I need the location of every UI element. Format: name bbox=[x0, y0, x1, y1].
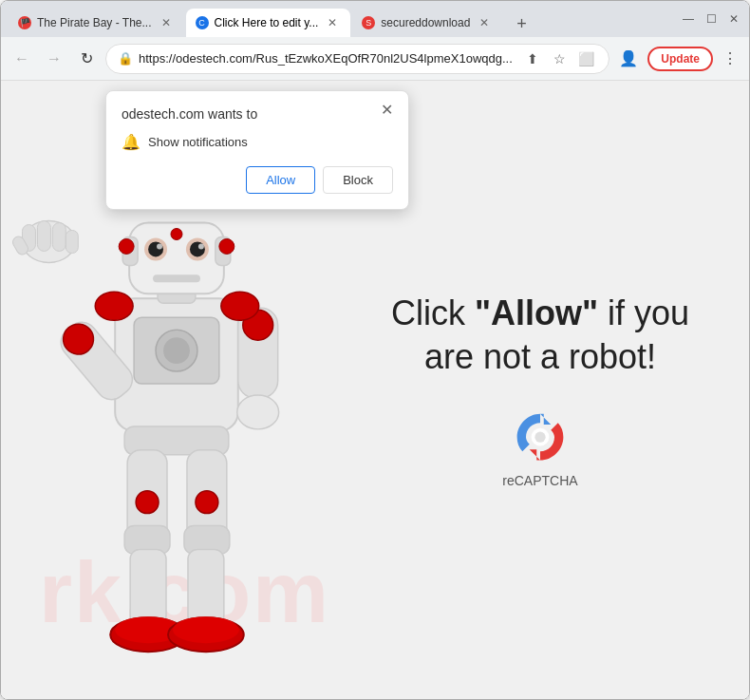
tab3-close-icon[interactable]: ✕ bbox=[476, 14, 493, 31]
svg-marker-44 bbox=[540, 414, 551, 425]
svg-rect-20 bbox=[66, 231, 78, 254]
svg-point-13 bbox=[171, 229, 182, 240]
tabs-container: 🏴 The Pirate Bay - The... ✕ C Click Here… bbox=[9, 1, 673, 37]
update-button[interactable]: Update bbox=[647, 47, 713, 71]
recaptcha-label: reCAPTCHA bbox=[502, 473, 577, 488]
popup-actions: Allow Block bbox=[122, 166, 393, 194]
forward-icon: → bbox=[47, 50, 62, 67]
back-icon: ← bbox=[14, 50, 29, 67]
svg-point-24 bbox=[237, 395, 279, 429]
profile-button[interactable]: 👤 bbox=[615, 46, 642, 72]
svg-point-38 bbox=[95, 292, 133, 320]
tab-pirate-bay[interactable]: 🏴 The Pirate Bay - The... ✕ bbox=[9, 9, 184, 37]
page-content: rk.com bbox=[1, 81, 749, 699]
svg-point-3 bbox=[163, 337, 190, 364]
main-content-area: Click "Allow" if you are not a robot! bbox=[369, 292, 711, 489]
main-text-bold: "Allow" bbox=[475, 293, 598, 332]
bell-icon: 🔔 bbox=[122, 133, 141, 151]
tab2-favicon: C bbox=[196, 16, 209, 29]
minimize-button[interactable]: — bbox=[681, 11, 696, 27]
svg-point-11 bbox=[198, 243, 204, 249]
svg-rect-12 bbox=[153, 274, 200, 282]
tab2-close-icon[interactable]: ✕ bbox=[324, 14, 341, 31]
menu-icon: ⋮ bbox=[722, 50, 738, 66]
lock-icon: 🔒 bbox=[118, 51, 133, 66]
tab1-title: The Pirate Bay - The... bbox=[37, 16, 152, 29]
popup-notification-row: 🔔 Show notifications bbox=[122, 133, 393, 151]
tab-secureddownload[interactable]: S secureddownload ✕ bbox=[352, 9, 502, 37]
notification-popup: ✕ odestech.com wants to 🔔 Show notificat… bbox=[105, 90, 409, 210]
svg-point-7 bbox=[148, 241, 163, 256]
svg-point-39 bbox=[221, 292, 259, 320]
popup-notification-text: Show notifications bbox=[148, 135, 248, 149]
tab3-favicon: S bbox=[362, 16, 375, 29]
new-tab-button[interactable]: + bbox=[508, 10, 534, 37]
svg-point-43 bbox=[219, 238, 234, 254]
recaptcha-widget: reCAPTCHA bbox=[369, 408, 711, 488]
svg-point-35 bbox=[173, 616, 239, 643]
svg-point-36 bbox=[136, 491, 159, 514]
url-text: https://odestech.com/Rus_tEzwkoXEqOfR70n… bbox=[139, 51, 516, 66]
window-controls: — ☐ ✕ bbox=[681, 11, 741, 27]
svg-point-42 bbox=[119, 238, 134, 254]
block-button[interactable]: Block bbox=[323, 166, 393, 194]
url-bar[interactable]: 🔒 https://odestech.com/Rus_tEzwkoXEqOfR7… bbox=[105, 44, 609, 74]
svg-point-10 bbox=[157, 243, 162, 249]
svg-rect-33 bbox=[188, 549, 224, 625]
svg-rect-18 bbox=[37, 221, 50, 252]
menu-button[interactable]: ⋮ bbox=[719, 46, 741, 71]
bookmark-button[interactable]: ☆ bbox=[548, 47, 571, 70]
tab2-title: Click Here to edit y... bbox=[215, 16, 319, 29]
svg-marker-45 bbox=[530, 449, 540, 460]
forward-button[interactable]: → bbox=[41, 46, 67, 72]
svg-rect-28 bbox=[130, 549, 166, 625]
recaptcha-logo-icon bbox=[512, 408, 569, 465]
maximize-button[interactable]: ☐ bbox=[703, 11, 719, 27]
svg-point-37 bbox=[196, 491, 218, 514]
refresh-button[interactable]: ↻ bbox=[73, 46, 100, 72]
address-bar: ← → ↻ 🔒 https://odestech.com/Rus_tEzwkoX… bbox=[1, 37, 749, 81]
back-button[interactable]: ← bbox=[9, 46, 35, 72]
main-heading: Click "Allow" if you are not a robot! bbox=[369, 292, 711, 381]
tab3-title: secureddownload bbox=[381, 16, 470, 29]
title-bar: 🏴 The Pirate Bay - The... ✕ C Click Here… bbox=[1, 1, 749, 37]
tab-click-here[interactable]: C Click Here to edit y... ✕ bbox=[186, 9, 351, 37]
svg-rect-19 bbox=[52, 223, 66, 252]
profile-icon: 👤 bbox=[619, 49, 638, 67]
tab1-close-icon[interactable]: ✕ bbox=[158, 14, 175, 31]
popup-close-button[interactable]: ✕ bbox=[375, 99, 399, 121]
tab1-favicon: 🏴 bbox=[18, 16, 31, 29]
url-actions: ⬆ ☆ ⬜ bbox=[521, 47, 597, 70]
share-button[interactable]: ⬆ bbox=[521, 47, 544, 70]
svg-point-47 bbox=[534, 432, 545, 443]
allow-button[interactable]: Allow bbox=[246, 166, 315, 194]
popup-title: odestech.com wants to bbox=[122, 106, 393, 122]
browser-window: 🏴 The Pirate Bay - The... ✕ C Click Here… bbox=[0, 0, 750, 700]
svg-point-9 bbox=[190, 241, 205, 256]
main-text-prefix: Click bbox=[391, 293, 475, 332]
close-button[interactable]: ✕ bbox=[726, 11, 741, 27]
extension-button[interactable]: ⬜ bbox=[574, 47, 597, 70]
refresh-icon: ↻ bbox=[81, 49, 93, 67]
